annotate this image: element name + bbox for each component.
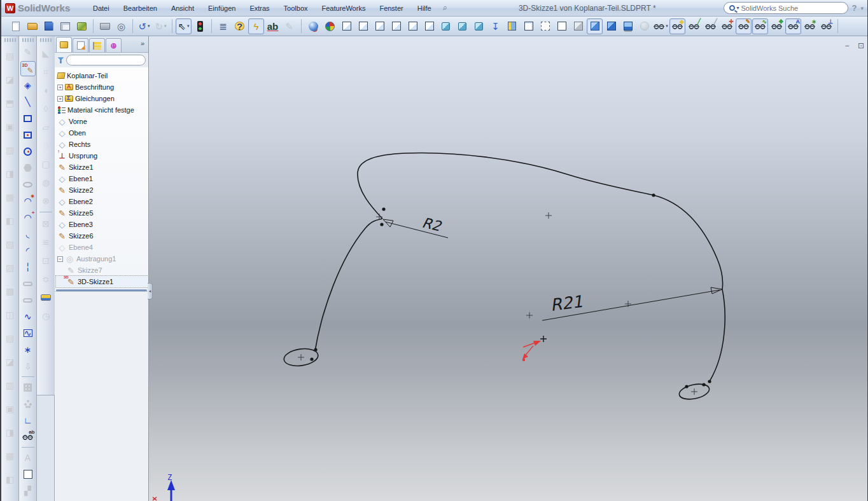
tree-item-skizze2[interactable]: Skizze2 xyxy=(56,184,148,196)
feature-tool-13[interactable]: ▤ xyxy=(3,327,18,349)
tree-item-skizze1[interactable]: Skizze1 xyxy=(56,161,148,173)
feature-tool-12[interactable]: ◫ xyxy=(3,303,18,326)
ellipse-button[interactable] xyxy=(20,177,36,192)
restore-document-button[interactable]: ⊡ xyxy=(856,41,866,50)
dimxpertmanager-tab[interactable]: ⊕ xyxy=(106,38,122,52)
measure-button[interactable] xyxy=(38,289,53,306)
tree-item-3d-skizze1[interactable]: 3D-Skizze1 xyxy=(56,276,148,287)
tree-item-oben[interactable]: Oben xyxy=(56,127,148,139)
feature-tool-10[interactable]: ▨ xyxy=(3,256,18,278)
tree-expander[interactable]: + xyxy=(57,85,63,90)
graphics-viewport[interactable]: − ⊡ xyxy=(149,36,867,501)
feature-tool-17[interactable]: ◨ xyxy=(3,421,18,443)
dropdown-arrow-icon[interactable]: ▾ xyxy=(666,24,668,29)
apply-scene-button[interactable] xyxy=(322,18,338,34)
view-front-button[interactable] xyxy=(339,18,354,34)
eval-tool-2[interactable]: ⌗ xyxy=(38,63,53,80)
feature-tool-4[interactable]: ▣ xyxy=(3,115,18,137)
view-back-button[interactable] xyxy=(355,18,371,34)
line-button[interactable]: ╲ xyxy=(20,94,36,109)
display-shaded-no-edges-button[interactable] xyxy=(570,18,586,34)
featurexpert-button[interactable]: ϟ xyxy=(248,18,264,34)
more-tabs-button[interactable]: » xyxy=(141,39,147,50)
tree-expander[interactable]: + xyxy=(57,96,63,102)
menu-featureworks[interactable]: FeatureWorks xyxy=(316,3,372,14)
feature-tool-6[interactable]: ◨ xyxy=(3,162,18,184)
menu-toolbox[interactable]: Toolbox xyxy=(277,3,314,14)
view-origins-button[interactable]: ⊥ xyxy=(818,18,834,34)
help-caret-icon[interactable]: ▾ xyxy=(860,5,864,11)
tree-item-ursprung[interactable]: Ursprung xyxy=(56,150,148,161)
section-view-button[interactable] xyxy=(504,18,520,34)
select-button[interactable]: ⇖ ▾ xyxy=(176,18,192,34)
eval-tool-1[interactable]: ◣ xyxy=(38,45,53,62)
tree-item-austragung1[interactable]: − Austragung1 xyxy=(56,253,148,264)
tree-item-skizze6[interactable]: Skizze6 xyxy=(56,230,148,242)
tree-item-gleichungen[interactable]: + Gleichungen xyxy=(56,93,148,104)
configurationmanager-tab[interactable] xyxy=(89,38,105,52)
linear-sketch-pattern-button[interactable] xyxy=(20,380,36,395)
tree-item-ebene1[interactable]: Ebene1 xyxy=(56,173,148,184)
view-top-button[interactable] xyxy=(405,18,421,34)
straight-slot-button[interactable] xyxy=(20,276,36,291)
feature-tool-1[interactable]: ▤ xyxy=(3,45,18,67)
make-assembly-from-part-button[interactable] xyxy=(74,18,90,34)
eval-tool-13[interactable]: ≎ xyxy=(38,270,53,287)
toolbar-grip[interactable] xyxy=(22,38,34,42)
tree-item-skizze7[interactable]: Skizze7 xyxy=(56,264,148,276)
mass-properties-button[interactable]: ◷ xyxy=(38,307,53,324)
sketch-entity-button[interactable]: ✎ xyxy=(281,18,297,34)
print-preview-button[interactable]: ◎ xyxy=(113,18,129,34)
feature-tool-19[interactable]: ◧ xyxy=(3,468,18,490)
curved-slot-button[interactable] xyxy=(20,292,36,308)
search-input[interactable]: ▾ SolidWorks Suche xyxy=(724,2,848,14)
menu-einfuegen[interactable]: Einfügen xyxy=(202,3,242,14)
menu-fenster[interactable]: Fenster xyxy=(373,3,409,14)
center-rectangle-button[interactable] xyxy=(20,127,36,142)
feature-tool-2[interactable]: ◪ xyxy=(3,68,18,90)
sketch-canvas[interactable]: R2 R21 xyxy=(149,36,867,501)
eval-tool-4[interactable]: ◊ xyxy=(38,100,53,117)
dimension-r2[interactable]: R2 xyxy=(383,215,448,238)
menu-extras[interactable]: Extras xyxy=(243,3,276,14)
text-tool-button[interactable]: A xyxy=(20,450,36,465)
view-bottom-button[interactable] xyxy=(421,18,437,34)
partial-ellipse-button[interactable]: ◠ ∗ xyxy=(20,193,36,209)
eval-tool-7[interactable]: ▢ xyxy=(38,155,53,172)
eval-tool-12[interactable]: ⊡ xyxy=(38,252,53,269)
tree-item-vorne[interactable]: Vorne xyxy=(56,116,148,127)
spell-glasses-button[interactable]: ab xyxy=(20,429,36,444)
feature-tool-5[interactable]: ▥ xyxy=(3,139,18,161)
eval-tool-11[interactable]: ≌ xyxy=(38,233,53,251)
display-shaded-button[interactable] xyxy=(603,18,619,34)
convert-entities-button[interactable] xyxy=(20,467,36,482)
hide-show-items-button[interactable]: ▾ xyxy=(653,18,669,34)
feature-tool-11[interactable]: ▩ xyxy=(3,280,18,302)
menu-hilfe[interactable]: Hilfe xyxy=(411,3,438,14)
tree-item-ebene2[interactable]: Ebene2 xyxy=(56,196,148,207)
minimize-document-button[interactable]: − xyxy=(842,41,852,50)
open-document-button[interactable] xyxy=(24,18,40,34)
tangent-arc-button[interactable]: ◟ xyxy=(20,226,36,242)
view-isometric-button[interactable] xyxy=(438,18,454,34)
centerpoint-arc-button[interactable]: ◠ + xyxy=(20,210,36,225)
display-hidden-lines-visible-button[interactable] xyxy=(537,18,553,34)
feature-tool-18[interactable]: ▦ xyxy=(3,444,18,467)
tree-item-rechts[interactable]: Rechts xyxy=(56,139,148,150)
menu-pin-icon[interactable]: ⌕ xyxy=(439,3,451,14)
sketch-button[interactable]: ✎ xyxy=(20,45,36,60)
sketch-origin[interactable] xyxy=(522,336,547,361)
eval-tool-6[interactable]: ◌ xyxy=(38,137,53,154)
smart-dimension-button[interactable]: ◈ xyxy=(20,78,36,93)
realview-button[interactable] xyxy=(636,18,652,34)
featuremanager-tab[interactable] xyxy=(56,37,72,52)
view-sketch-relations-button[interactable]: ✥ xyxy=(769,18,785,34)
view-axes-button[interactable]: ╱ xyxy=(686,18,702,34)
feature-tool-16[interactable]: ▣ xyxy=(3,397,18,420)
view-planes-button[interactable]: ◆ xyxy=(669,18,685,34)
tree-filter-input[interactable] xyxy=(66,55,146,65)
tree-item-beschriftung[interactable]: + Beschriftung xyxy=(56,81,148,93)
centerline-button[interactable]: ╎ xyxy=(20,259,36,275)
polygon-button[interactable] xyxy=(20,160,36,175)
tree-item-material[interactable]: Material <nicht festge xyxy=(56,104,148,116)
